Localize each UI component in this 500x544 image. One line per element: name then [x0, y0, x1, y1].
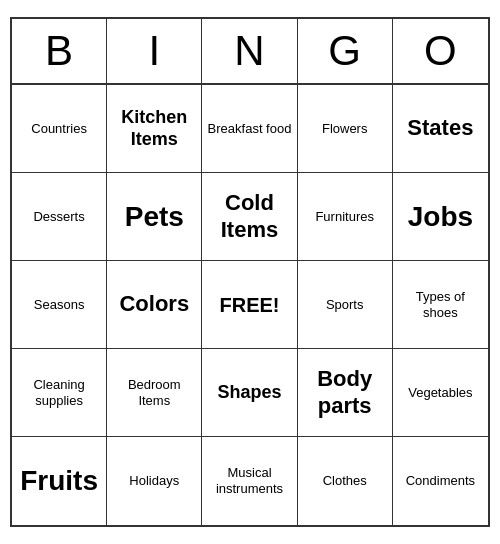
bingo-cell-13: Sports: [298, 261, 393, 349]
bingo-cell-8: Furnitures: [298, 173, 393, 261]
cell-text: Desserts: [33, 209, 84, 225]
bingo-cell-17: Shapes: [202, 349, 297, 437]
cell-text: Pets: [125, 200, 184, 234]
cell-text: Holidays: [129, 473, 179, 489]
bingo-cell-15: Cleaning supplies: [12, 349, 107, 437]
bingo-cell-20: Fruits: [12, 437, 107, 525]
bingo-cell-24: Condiments: [393, 437, 488, 525]
cell-text: Cold Items: [206, 190, 292, 243]
cell-text: Fruits: [20, 464, 98, 498]
bingo-cell-4: States: [393, 85, 488, 173]
bingo-cell-5: Desserts: [12, 173, 107, 261]
cell-text: Types of shoes: [397, 289, 484, 320]
bingo-cell-0: Countries: [12, 85, 107, 173]
bingo-cell-9: Jobs: [393, 173, 488, 261]
cell-text: Vegetables: [408, 385, 472, 401]
bingo-cell-18: Body parts: [298, 349, 393, 437]
cell-text: Clothes: [323, 473, 367, 489]
bingo-letter-n: N: [202, 19, 297, 83]
cell-text: Bedroom Items: [111, 377, 197, 408]
bingo-grid: CountriesKitchen ItemsBreakfast foodFlow…: [12, 85, 488, 525]
bingo-card: BINGO CountriesKitchen ItemsBreakfast fo…: [10, 17, 490, 527]
cell-text: Sports: [326, 297, 364, 313]
bingo-letter-i: I: [107, 19, 202, 83]
bingo-header: BINGO: [12, 19, 488, 85]
bingo-cell-10: Seasons: [12, 261, 107, 349]
cell-text: Breakfast food: [208, 121, 292, 137]
bingo-letter-b: B: [12, 19, 107, 83]
cell-text: Shapes: [217, 382, 281, 404]
bingo-cell-11: Colors: [107, 261, 202, 349]
cell-text: States: [407, 115, 473, 141]
bingo-cell-7: Cold Items: [202, 173, 297, 261]
bingo-cell-21: Holidays: [107, 437, 202, 525]
bingo-cell-16: Bedroom Items: [107, 349, 202, 437]
bingo-cell-14: Types of shoes: [393, 261, 488, 349]
cell-text: Musical instruments: [206, 465, 292, 496]
cell-text: Furnitures: [315, 209, 374, 225]
bingo-cell-1: Kitchen Items: [107, 85, 202, 173]
bingo-letter-o: O: [393, 19, 488, 83]
bingo-cell-19: Vegetables: [393, 349, 488, 437]
cell-text: Colors: [119, 291, 189, 317]
cell-text: Countries: [31, 121, 87, 137]
cell-text: Jobs: [408, 200, 473, 234]
cell-text: Body parts: [302, 366, 388, 419]
bingo-cell-6: Pets: [107, 173, 202, 261]
bingo-letter-g: G: [298, 19, 393, 83]
cell-text: Seasons: [34, 297, 85, 313]
bingo-cell-23: Clothes: [298, 437, 393, 525]
bingo-cell-3: Flowers: [298, 85, 393, 173]
bingo-cell-12: FREE!: [202, 261, 297, 349]
bingo-cell-22: Musical instruments: [202, 437, 297, 525]
cell-text: Kitchen Items: [111, 107, 197, 150]
cell-text: Condiments: [406, 473, 475, 489]
cell-text: Flowers: [322, 121, 368, 137]
cell-text: Cleaning supplies: [16, 377, 102, 408]
bingo-cell-2: Breakfast food: [202, 85, 297, 173]
cell-text: FREE!: [219, 293, 279, 317]
